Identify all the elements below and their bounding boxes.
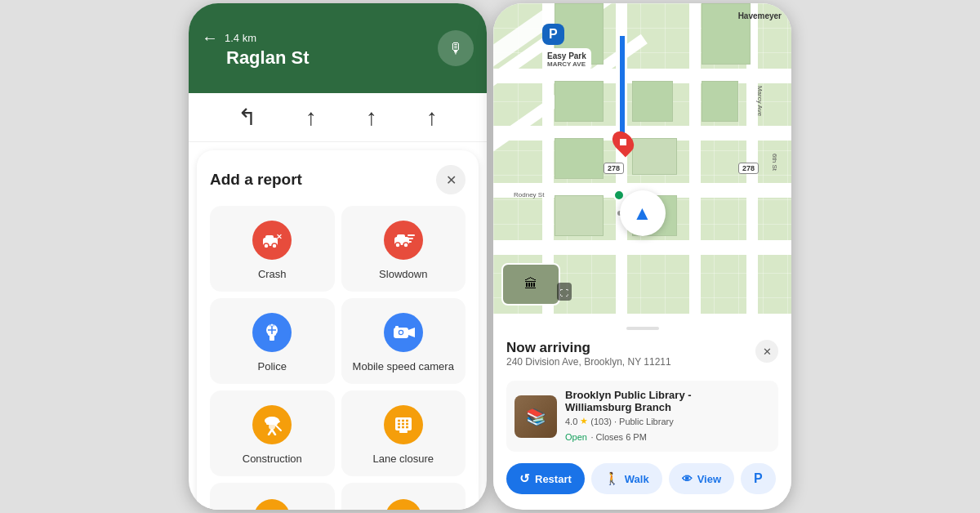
drag-handle	[626, 327, 659, 330]
walk-icon: 🚶	[604, 471, 620, 486]
map-block-5	[632, 138, 677, 175]
report-modal-header: Add a report ✕	[210, 165, 466, 194]
slowdown-icon	[384, 221, 423, 260]
svg-marker-40	[394, 509, 413, 510]
navigation-bar: ← 1.4 km Raglan St 🎙	[189, 3, 487, 93]
construction-icon	[252, 405, 292, 444]
svg-marker-21	[408, 328, 415, 337]
svg-point-20	[399, 331, 403, 334]
mic-button[interactable]: 🎙	[438, 30, 474, 66]
street-view-thumbnail[interactable]: 🏛	[501, 263, 560, 306]
easy-park-label: Easy Park MARCY AVE	[542, 48, 591, 71]
map-block-3	[702, 81, 738, 122]
open-status: Open	[565, 432, 587, 442]
phone-left: ← 1.4 km Raglan St 🎙 ↰ ↑ ↑ ↑ Add a repor…	[189, 3, 487, 510]
svg-point-3	[272, 243, 277, 248]
turn-left-arrow-icon: ↰	[238, 104, 256, 131]
sixth-st-label: 6th St	[771, 154, 778, 171]
road-badge-278-left: 278	[604, 163, 624, 174]
street-view-expand[interactable]: ⛶	[557, 283, 572, 301]
svg-line-27	[272, 430, 275, 435]
parking-badge: P	[542, 24, 564, 45]
arrival-address: 240 Division Ave, Brooklyn, NY 11211	[506, 356, 671, 368]
arrow-up-icon: ▲	[633, 202, 653, 225]
crash-label: Crash	[258, 268, 287, 280]
lane-closure-icon	[384, 405, 423, 444]
expand-icon: ⛶	[560, 288, 568, 297]
havemeyer-text: Havemeyer	[738, 11, 782, 20]
walk-label: Walk	[625, 473, 649, 485]
place-info: Brooklyn Public Library -Williamsburg Br…	[565, 389, 692, 444]
place-image: 📚	[514, 395, 557, 438]
svg-point-2	[264, 243, 269, 248]
report-modal: Add a report ✕ ✕	[197, 150, 479, 510]
road-badge-278-right: 278	[738, 163, 759, 174]
svg-point-7	[395, 243, 400, 248]
road-number-left-text: 278	[608, 164, 620, 172]
place-card[interactable]: 📚 Brooklyn Public Library -Williamsburg …	[506, 381, 778, 452]
slowdown-label: Slowdown	[379, 268, 427, 280]
map-block-4	[555, 138, 604, 179]
map-block-1	[555, 81, 604, 122]
map-pin-destination	[614, 130, 632, 154]
view-label: View	[697, 473, 721, 485]
easy-park-sub: MARCY AVE	[547, 60, 586, 68]
construction-label: Construction	[243, 453, 302, 465]
park-label: P	[754, 471, 763, 486]
restart-icon: ↺	[519, 471, 530, 486]
report-item-lane-closure[interactable]: Lane closure	[341, 390, 466, 476]
place-rating: 4.0 ★ (103) · Public Library	[565, 416, 692, 426]
star-icon: ★	[580, 416, 588, 426]
report-item-police[interactable]: Police	[210, 298, 335, 384]
havemeyer-label: Havemeyer	[738, 11, 782, 20]
walk-button[interactable]: 🚶 Walk	[591, 463, 662, 494]
park-button[interactable]: P	[741, 463, 776, 494]
restart-button[interactable]: ↺ Restart	[506, 463, 585, 494]
speed-camera-icon	[384, 313, 423, 352]
screenshot-container: ← 1.4 km Raglan St 🎙 ↰ ↑ ↑ ↑ Add a repor…	[0, 0, 980, 513]
arrival-panel: Now arriving 240 Division Ave, Brooklyn,…	[493, 314, 791, 507]
police-icon	[252, 313, 292, 352]
svg-rect-1	[265, 235, 274, 240]
straight-arrow-icon-2: ↑	[366, 105, 377, 131]
police-label: Police	[258, 360, 287, 372]
review-count: (103)	[590, 417, 612, 426]
report-item-construction[interactable]: Construction	[210, 390, 335, 476]
nav-arrow-back: ←	[202, 29, 218, 47]
report-item-breakdown[interactable]: !	[210, 483, 335, 510]
lane-closure-label: Lane closure	[373, 453, 434, 465]
place-status-line: Open · Closes 6 PM	[565, 429, 692, 444]
close-button[interactable]: ✕	[436, 165, 466, 194]
rodney-st-label: Rodney St	[514, 191, 544, 199]
report-items-grid: ✕ Crash	[210, 206, 466, 510]
arrival-close-button[interactable]: ✕	[755, 340, 778, 363]
marcy-ave-label: Marcy Ave	[756, 86, 764, 116]
marcy-ave-text: Marcy Ave	[756, 86, 764, 116]
street-name: Raglan St	[226, 47, 474, 69]
report-item-hazard[interactable]: !	[341, 483, 466, 510]
arrival-header: Now arriving 240 Division Ave, Brooklyn,…	[506, 340, 778, 377]
rodney-st-text: Rodney St	[514, 191, 544, 199]
view-button[interactable]: 👁 View	[669, 463, 734, 494]
svg-text:✕: ✕	[276, 233, 283, 241]
status-separator: · Closes 6 PM	[590, 432, 646, 442]
parking-label: P	[549, 27, 558, 41]
place-type: Public Library	[619, 417, 674, 426]
report-item-crash[interactable]: ✕ Crash	[210, 206, 335, 292]
action-buttons: ↺ Restart 🚶 Walk 👁 View P	[506, 463, 778, 494]
map-area[interactable]: P Easy Park MARCY AVE Havemeyer Marcy Av…	[493, 3, 791, 314]
report-item-speed-camera[interactable]: Mobile speed camera	[341, 298, 466, 384]
nav-distance: ← 1.4 km	[202, 29, 474, 47]
report-item-slowdown[interactable]: Slowdown	[341, 206, 466, 292]
close-icon: ✕	[763, 346, 772, 358]
phone-right: P Easy Park MARCY AVE Havemeyer Marcy Av…	[493, 3, 791, 510]
separator: ·	[614, 417, 617, 426]
straight-arrow-icon: ↑	[305, 105, 317, 131]
microphone-icon: 🎙	[448, 40, 463, 57]
close-icon: ✕	[446, 172, 457, 188]
sixth-st-text: 6th St	[771, 154, 778, 171]
distance-text: 1.4 km	[225, 32, 256, 44]
nav-arrows-bar: ↰ ↑ ↑ ↑	[189, 93, 487, 142]
crash-icon: ✕	[252, 221, 292, 260]
hazard-icon: !	[385, 499, 421, 510]
